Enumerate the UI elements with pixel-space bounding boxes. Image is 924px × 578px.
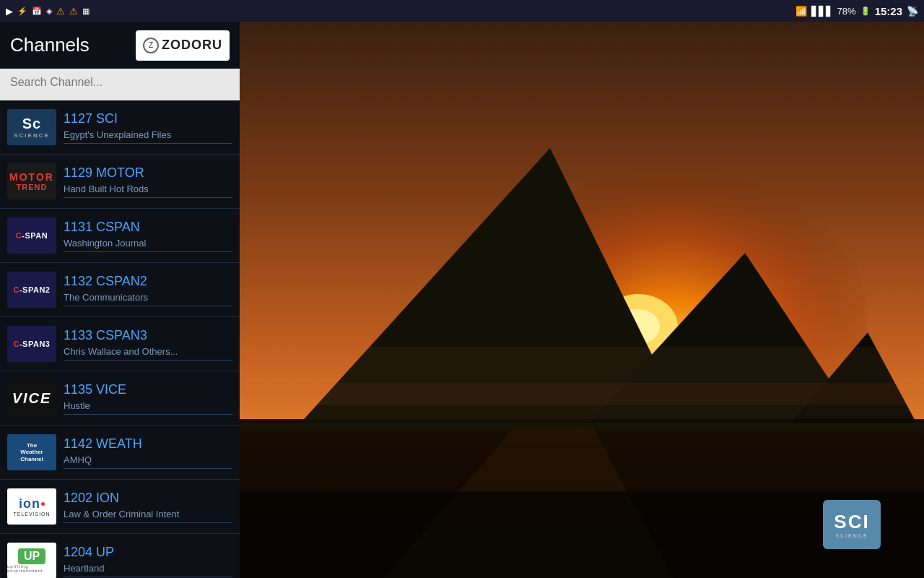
- channel-info-1127: 1127 SCI Egypt's Unexplained Files: [64, 111, 232, 144]
- status-bar-right: 📶 ▋▋▋ 78% 🔋 15:23 📡: [796, 5, 918, 17]
- channel-info-1129: 1129 MOTOR Hand Built Hot Rods: [64, 165, 232, 198]
- zodoru-logo-text: ZODORU: [162, 38, 222, 53]
- sci-watermark-text: SCI: [834, 511, 869, 533]
- channel-logo-cspan1: C-SPAN: [7, 217, 56, 254]
- channel-logo-cspan3: C-SPAN3: [7, 326, 56, 362]
- channel-logo-weather: TheWeatherChannel: [7, 434, 56, 470]
- channel-logo-motor: MOTOR TREND: [7, 163, 56, 199]
- main-video-area: SCI SCIENCE: [240, 22, 924, 578]
- channel-program-1142: AMHQ: [64, 454, 232, 469]
- channel-number-name-1202: 1202 ION: [64, 491, 232, 506]
- search-bar[interactable]: [0, 69, 240, 100]
- sidebar-title: Channels: [10, 34, 90, 56]
- wifi-icon: 📶: [796, 6, 807, 17]
- channel-item-1131[interactable]: C-SPAN 1131 CSPAN Washington Journal: [0, 209, 240, 263]
- channel-number-name-1132: 1132 CSPAN2: [64, 274, 232, 289]
- channel-item-1204[interactable]: UP uplifting entertainment 1204 UP Heart…: [0, 534, 240, 578]
- channel-number-name-1204: 1204 UP: [64, 545, 232, 560]
- sci-watermark-sub: SCIENCE: [835, 533, 868, 538]
- battery-indicator: 78%: [837, 6, 856, 17]
- channel-program-1135: Hustle: [64, 400, 232, 415]
- status-bar-left: ▶ ⚡ 📅 ◈ ⚠ ⚠ ▦: [6, 6, 90, 17]
- zodoru-logo-icon: Z: [143, 38, 159, 53]
- pyramid-scene: [240, 22, 924, 578]
- channel-number-name-1129: 1129 MOTOR: [64, 165, 232, 181]
- sidebar-header: Channels Z ZODORU: [0, 22, 240, 69]
- zodoru-logo: Z ZODORU: [136, 30, 230, 61]
- battery-icon: 🔋: [860, 7, 871, 16]
- channel-item-1129[interactable]: MOTOR TREND 1129 MOTOR Hand Built Hot Ro…: [0, 155, 240, 209]
- warning-icon: ⚠: [56, 6, 65, 17]
- sidebar: Channels Z ZODORU Sc SCIENCE 1127 SCI Eg…: [0, 22, 240, 578]
- channel-logo-cspan2: C-SPAN2: [7, 272, 56, 308]
- channel-item-1133[interactable]: C-SPAN3 1133 CSPAN3 Chris Wallace and Ot…: [0, 317, 240, 371]
- widget-icon: ◈: [46, 7, 52, 16]
- channel-item-1142[interactable]: TheWeatherChannel 1142 WEATH AMHQ: [0, 426, 240, 480]
- scanner-icon: ▦: [82, 7, 90, 16]
- channel-number-name-1131: 1131 CSPAN: [64, 220, 232, 235]
- calendar-icon: 📅: [32, 7, 42, 16]
- channel-logo-vice: VICE: [7, 380, 56, 416]
- channel-program-1131: Washington Journal: [64, 238, 232, 252]
- cast-icon: 📡: [907, 6, 918, 17]
- channel-number-name-1133: 1133 CSPAN3: [64, 328, 232, 343]
- channel-item-1135[interactable]: VICE 1135 VICE Hustle: [0, 371, 240, 426]
- channel-item-1127[interactable]: Sc SCIENCE 1127 SCI Egypt's Unexplained …: [0, 100, 240, 155]
- channel-info-1142: 1142 WEATH AMHQ: [64, 436, 232, 469]
- channel-info-1202: 1202 ION Law & Order Criminal Intent: [64, 491, 232, 523]
- sci-watermark: SCI SCIENCE: [823, 500, 881, 549]
- channel-logo-ion: ion TELEVISION: [7, 488, 56, 525]
- status-bar: ▶ ⚡ 📅 ◈ ⚠ ⚠ ▦ 📶 ▋▋▋ 78% 🔋 15:23 📡: [0, 0, 924, 22]
- channel-logo-up: UP uplifting entertainment: [7, 543, 56, 578]
- signal-icon: ▋▋▋: [811, 6, 833, 17]
- channel-program-1127: Egypt's Unexplained Files: [64, 129, 232, 144]
- channel-program-1129: Hand Built Hot Rods: [64, 184, 232, 198]
- channel-item-1202[interactable]: ion TELEVISION 1202 ION Law & Order Crim…: [0, 480, 240, 534]
- channel-info-1204: 1204 UP Heartland: [64, 545, 232, 577]
- channel-number-name-1135: 1135 VICE: [64, 382, 232, 397]
- channel-info-1132: 1132 CSPAN2 The Communicators: [64, 274, 232, 306]
- clock: 15:23: [875, 5, 902, 17]
- channel-info-1133: 1133 CSPAN3 Chris Wallace and Others...: [64, 328, 232, 361]
- channel-info-1135: 1135 VICE Hustle: [64, 382, 232, 415]
- channel-number-name-1127: 1127 SCI: [64, 111, 232, 126]
- channel-list: Sc SCIENCE 1127 SCI Egypt's Unexplained …: [0, 100, 240, 578]
- svg-rect-13: [240, 491, 924, 578]
- channel-program-1204: Heartland: [64, 563, 232, 577]
- channel-item-1132[interactable]: C-SPAN2 1132 CSPAN2 The Communicators: [0, 263, 240, 317]
- warning2-icon: ⚠: [69, 6, 78, 17]
- channel-info-1131: 1131 CSPAN Washington Journal: [64, 220, 232, 252]
- channel-logo-sci: Sc SCIENCE: [7, 109, 56, 145]
- svg-rect-12: [240, 383, 924, 419]
- search-input[interactable]: [10, 76, 230, 89]
- youtube-icon: ▶: [6, 6, 13, 17]
- channel-program-1133: Chris Wallace and Others...: [64, 346, 232, 361]
- channel-number-name-1142: 1142 WEATH: [64, 436, 232, 452]
- channel-program-1132: The Communicators: [64, 292, 232, 306]
- channel-program-1202: Law & Order Criminal Intent: [64, 509, 232, 523]
- usb-icon: ⚡: [17, 7, 27, 16]
